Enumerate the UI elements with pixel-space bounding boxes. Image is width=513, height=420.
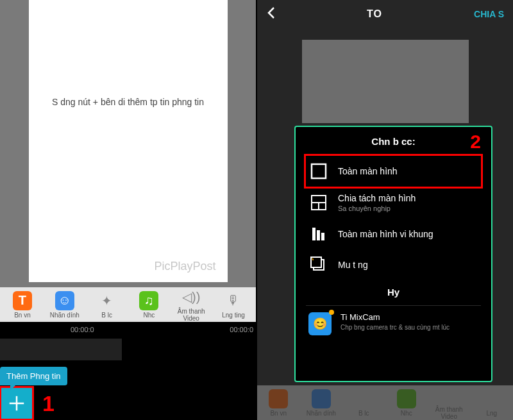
- layout-fullscreen[interactable]: Toàn màn hình: [306, 156, 481, 187]
- filter-tool-icon: ✦: [97, 291, 117, 310]
- layout-popup: Chn b cc: 2 Toàn màn hìnhChia tách màn h…: [294, 126, 492, 382]
- tool-label: Âm thanh Video: [170, 308, 212, 322]
- tool-dim: B lc: [342, 389, 385, 417]
- header: TO CHIA S: [257, 0, 513, 28]
- tool-dim: Nhc: [385, 389, 428, 417]
- create-screen: TO CHIA S Chn b cc: 2 Toàn màn hìnhChia …: [257, 0, 513, 420]
- plus-icon: [7, 394, 26, 413]
- editor-screen: S dng nút + bên di thêm tp tin phng tin …: [0, 0, 257, 420]
- sticker-tool[interactable]: ☺Nhãn dính: [44, 291, 86, 319]
- time-labels: 00:00:0 00:00:0: [0, 322, 256, 333]
- mixcam-icon: 😊: [308, 312, 332, 335]
- music-tool-icon: ♫: [139, 291, 158, 310]
- popup-title: Chn b cc:: [306, 136, 481, 147]
- annotation-2: 2: [470, 131, 481, 153]
- sticker-tool-icon: ☺: [55, 291, 74, 310]
- preview-area: S dng nút + bên di thêm tp tin phng tin …: [0, 0, 256, 287]
- layout-framed-icon: [310, 225, 328, 243]
- voice-tool[interactable]: 🎙Lng ting: [212, 291, 255, 319]
- svg-rect-0: [312, 164, 326, 178]
- option-label: Mu t ng: [338, 260, 368, 270]
- annotation-1: 1: [42, 391, 55, 416]
- watermark: PicPlayPost: [154, 260, 215, 273]
- layout-split[interactable]: Chia tách màn hìnhSa chuyên nghip: [306, 187, 481, 219]
- layout-options: Toàn màn hìnhChia tách màn hìnhSa chuyên…: [306, 156, 481, 280]
- svg-rect-4: [312, 228, 315, 240]
- tool-label: Bn vn: [14, 312, 31, 319]
- bottom-strip: Thêm Phng tin 1: [0, 385, 256, 420]
- layout-auto[interactable]: Mu t ng: [306, 249, 481, 280]
- toolbar: TBn vn☺Nhãn dính✦B lc♫Nhc◁))Âm thanh Vid…: [0, 287, 256, 322]
- back-button[interactable]: [266, 5, 275, 23]
- filter-tool[interactable]: ✦B lc: [86, 291, 128, 319]
- svg-rect-5: [317, 230, 320, 240]
- layout-split-icon: [310, 194, 328, 212]
- tool-dim: Âm thanh Video: [428, 385, 471, 420]
- text-tool-icon: T: [13, 291, 32, 310]
- chevron-left-icon: [266, 6, 275, 19]
- layout-preview: [302, 40, 469, 123]
- page-title: TO: [367, 8, 382, 20]
- toolbar-dimmed: Bn vnNhãn dínhB lcNhcÂm thanh VideoLng: [257, 385, 513, 420]
- voice-tool-icon: 🎙: [224, 291, 243, 310]
- add-media-tooltip: Thêm Phng tin: [0, 367, 67, 385]
- option-sub: Sa chuyên nghip: [338, 205, 416, 212]
- layout-fullscreen-icon: [310, 162, 328, 180]
- tool-dim: Nhãn dính: [300, 389, 343, 417]
- text-tool[interactable]: TBn vn: [1, 291, 44, 319]
- cancel-button[interactable]: Hy: [306, 287, 481, 298]
- time-end: 00:00:0: [230, 326, 253, 333]
- option-label: Toàn màn hình vi khung: [338, 229, 433, 239]
- tool-label: Nhãn dính: [50, 312, 80, 319]
- canvas[interactable]: S dng nút + bên di thêm tp tin phng tin …: [29, 0, 228, 282]
- audio-tool-icon: ◁)): [181, 287, 201, 307]
- music-tool[interactable]: ♫Nhc: [128, 291, 170, 319]
- tool-dim: Lng: [471, 389, 514, 417]
- layout-framed[interactable]: Toàn màn hình vi khung: [306, 219, 481, 249]
- layout-auto-icon: [310, 256, 328, 274]
- audio-tool[interactable]: ◁))Âm thanh Video: [170, 287, 212, 322]
- share-button[interactable]: CHIA S: [474, 9, 504, 19]
- tool-dim: Bn vn: [257, 389, 300, 417]
- divider: [306, 305, 481, 306]
- timeline-track[interactable]: [0, 339, 122, 360]
- canvas-hint: S dng nút + bên di thêm tp tin phng tin: [29, 96, 228, 109]
- tool-label: Nhc: [144, 312, 155, 319]
- option-label: Toàn màn hình: [338, 166, 398, 176]
- tool-label: B lc: [101, 312, 112, 319]
- mixcam-title: Ti MixCam: [341, 312, 450, 322]
- tool-label: Lng ting: [222, 312, 245, 319]
- svg-rect-6: [321, 233, 324, 240]
- mixcam-subtitle: Chp bng camera trc & sau cùng mt lúc: [341, 323, 450, 332]
- add-media-button[interactable]: [1, 388, 32, 419]
- option-label: Chia tách màn hình: [338, 193, 416, 203]
- time-start: 00:00:0: [71, 326, 94, 333]
- mixcam-promo[interactable]: 😊 Ti MixCam Chp bng camera trc & sau cùn…: [306, 308, 481, 339]
